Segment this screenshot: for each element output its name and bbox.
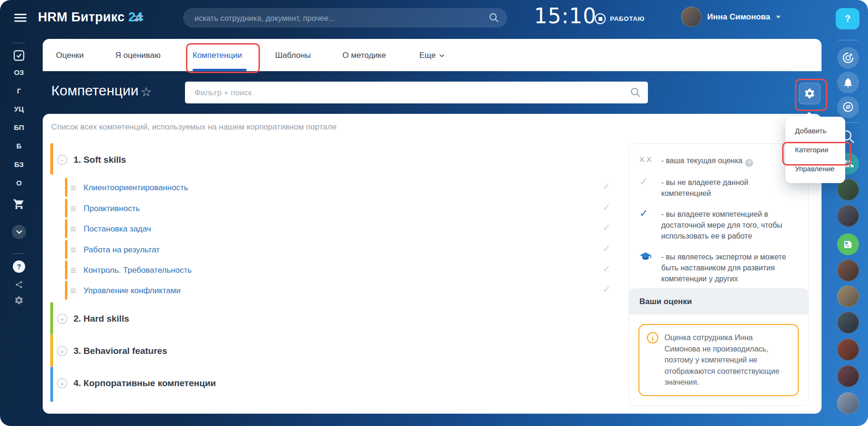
legend-card: X.X - ваша текущая оценка? ✓ - вы не вла… bbox=[628, 143, 809, 296]
chat-avatar[interactable] bbox=[837, 312, 859, 333]
check-icon: ✓ bbox=[602, 181, 611, 192]
category-hard-skills: + 2. Hard skills bbox=[57, 313, 129, 325]
divider bbox=[13, 253, 25, 254]
top-bar: HRM Битрикс 24 15:10 РАБОТАЮ Инна Симоно… bbox=[0, 0, 868, 36]
logo-text: HRM Битрикс bbox=[38, 10, 125, 24]
favorite-star-icon[interactable]: ☆ bbox=[140, 84, 152, 100]
sidebar-item-o[interactable]: О bbox=[0, 179, 38, 187]
legend-text: - ваша текущая оценка? bbox=[661, 155, 753, 167]
competency-link[interactable]: Управление конфликтами bbox=[83, 286, 181, 296]
drag-handle-icon[interactable]: ≡ bbox=[70, 224, 76, 234]
category-color-bar bbox=[50, 143, 53, 175]
help-button[interactable]: ? bbox=[836, 8, 859, 29]
legend-text-inner: - ваша текущая оценка bbox=[661, 157, 742, 165]
tab-o-metodike[interactable]: О методике bbox=[342, 51, 386, 60]
category-label: 3. Behavioral features bbox=[74, 346, 167, 356]
category-behavioral-features: + 3. Behavioral features bbox=[57, 345, 167, 357]
filter-search[interactable] bbox=[185, 82, 648, 103]
tab-shablony[interactable]: Шаблоны bbox=[275, 51, 311, 60]
help-icon[interactable]: ? bbox=[13, 260, 25, 273]
search-icon[interactable] bbox=[489, 13, 499, 22]
chat-avatar[interactable] bbox=[837, 365, 859, 387]
competency-link[interactable]: Работа на результат bbox=[83, 245, 160, 255]
tab-otsenki[interactable]: Оценки bbox=[56, 51, 84, 60]
cart-icon[interactable] bbox=[13, 198, 25, 210]
category-label: 2. Hard skills bbox=[74, 314, 129, 324]
drag-handle-icon[interactable]: ≡ bbox=[70, 286, 76, 296]
drag-handle-icon[interactable]: ≡ bbox=[70, 266, 76, 275]
user-name: Инна Симонова bbox=[707, 12, 770, 22]
competency-link[interactable]: Проактивность bbox=[83, 204, 140, 213]
category-label: 1. Soft skills bbox=[74, 155, 126, 165]
legend-row-has-skill: ✓ - вы владеете компетенцией в достаточн… bbox=[639, 209, 798, 241]
sidebar-item-g[interactable]: Г bbox=[0, 87, 38, 95]
legend-text: - вы не владеете данной компетенцией bbox=[661, 177, 798, 199]
work-status[interactable]: РАБОТАЮ bbox=[595, 13, 645, 24]
competency-row: ≡ Проактивность bbox=[70, 203, 140, 215]
chat-avatar[interactable] bbox=[837, 205, 859, 227]
user-menu[interactable]: Инна Симонова bbox=[681, 7, 781, 27]
sidebar-item-oz[interactable]: ОЗ bbox=[0, 68, 38, 76]
drag-handle-icon[interactable]: ≡ bbox=[70, 204, 76, 213]
tasks-icon[interactable] bbox=[13, 50, 25, 61]
chat-avatar[interactable] bbox=[837, 286, 859, 307]
category-color-bar bbox=[50, 302, 53, 334]
work-time-clock[interactable]: 15:10 bbox=[534, 4, 597, 28]
competency-link[interactable]: Клиентоориентированность bbox=[83, 183, 188, 193]
expand-icon[interactable]: + bbox=[57, 346, 67, 356]
item-color-bar bbox=[65, 281, 67, 300]
filter-settings-icon[interactable] bbox=[134, 15, 143, 22]
pulse-icon[interactable] bbox=[837, 47, 859, 69]
tab-kompetentsii[interactable]: Компетенции bbox=[193, 51, 242, 60]
gray-check-icon: ✓ bbox=[639, 177, 656, 199]
share-network-icon[interactable] bbox=[15, 280, 23, 289]
competencies-settings-button[interactable] bbox=[799, 83, 821, 104]
divider bbox=[838, 40, 859, 40]
settings-dropdown-menu: Добавить Категории Управление bbox=[785, 117, 845, 183]
drag-handle-icon[interactable]: ≡ bbox=[70, 183, 76, 193]
chat-avatar[interactable] bbox=[837, 339, 859, 361]
sidebar-item-b[interactable]: Б bbox=[0, 142, 38, 150]
chat-avatar[interactable] bbox=[837, 259, 859, 281]
app-logo[interactable]: HRM Битрикс 24 bbox=[38, 10, 143, 25]
expand-icon[interactable]: + bbox=[57, 314, 67, 324]
tab-ya-otsenivayu[interactable]: Я оцениваю bbox=[115, 51, 160, 60]
sidebar-item-bz[interactable]: БЗ bbox=[0, 160, 38, 168]
search-icon[interactable] bbox=[630, 87, 640, 97]
menu-item-upravlenie[interactable]: Управление bbox=[785, 159, 845, 178]
messenger-icon[interactable] bbox=[837, 96, 859, 118]
your-scores-card: Ваши оценки i Оценка сотрудника Инна Сим… bbox=[628, 288, 809, 406]
tab-more[interactable]: Еще bbox=[419, 51, 444, 60]
blue-check-icon: ✓ bbox=[639, 209, 656, 241]
chevron-down-icon bbox=[776, 16, 781, 19]
menu-item-kategorii[interactable]: Категории bbox=[785, 140, 845, 159]
filter-search-input[interactable] bbox=[194, 82, 622, 104]
legend-row-no-skill: ✓ - вы не владеете данной компетенцией bbox=[639, 177, 798, 199]
notifications-bell-icon[interactable] bbox=[837, 72, 859, 93]
section-tabbar: Оценки Я оцениваю Компетенции Шаблоны О … bbox=[43, 39, 822, 71]
competency-link[interactable]: Контроль. Требовательность bbox=[83, 266, 192, 275]
main-panel: Список всех компетенций, используемых на… bbox=[43, 114, 822, 414]
collapse-sidebar-button[interactable] bbox=[12, 225, 26, 239]
settings-gear-icon[interactable] bbox=[14, 296, 24, 305]
menu-item-dobavit[interactable]: Добавить bbox=[785, 121, 845, 140]
chevron-down-icon bbox=[439, 54, 444, 57]
global-search-input[interactable] bbox=[194, 8, 475, 28]
help-question-icon[interactable]: ? bbox=[745, 159, 753, 167]
chat-avatar[interactable] bbox=[837, 392, 859, 414]
news-feed-icon[interactable] bbox=[837, 233, 859, 255]
category-korporativnye: + 4. Корпоративные компетенции bbox=[57, 377, 216, 389]
work-status-label: РАБОТАЮ bbox=[610, 15, 645, 22]
menu-icon[interactable] bbox=[14, 14, 27, 22]
competency-row: ≡ Клиентоориентированность bbox=[70, 182, 188, 194]
legend-row-score: X.X - ваша текущая оценка? bbox=[639, 155, 798, 167]
divider bbox=[13, 43, 25, 43]
expand-icon[interactable]: + bbox=[57, 378, 67, 389]
global-search[interactable] bbox=[183, 8, 507, 28]
collapse-icon[interactable]: − bbox=[57, 155, 67, 165]
competency-link[interactable]: Постановка задач bbox=[83, 224, 151, 234]
sidebar-item-bp[interactable]: БП bbox=[0, 123, 38, 131]
sidebar-item-uc[interactable]: УЦ bbox=[0, 105, 38, 113]
category-color-bar bbox=[50, 367, 53, 402]
drag-handle-icon[interactable]: ≡ bbox=[70, 245, 76, 255]
